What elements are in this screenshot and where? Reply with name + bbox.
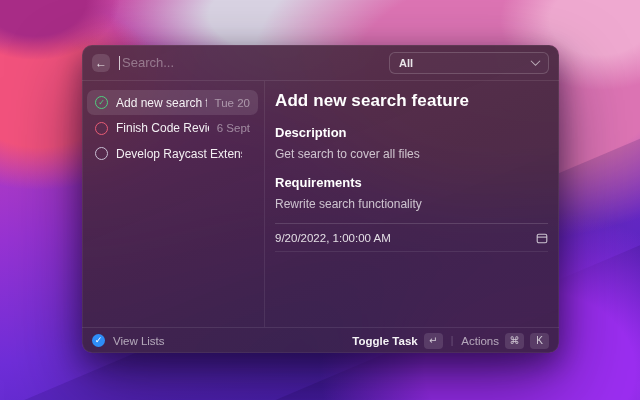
- section-heading-description: Description: [275, 125, 548, 140]
- actions-button[interactable]: Actions: [461, 335, 499, 347]
- view-lists-label[interactable]: View Lists: [113, 335, 165, 347]
- filter-dropdown-value: All: [399, 57, 413, 69]
- task-detail-title: Add new search feature: [275, 91, 548, 111]
- raycast-tasks-window: ← All ✓ Add new search feature Tue 20 Fi…: [82, 45, 559, 353]
- back-arrow-icon: ←: [95, 57, 107, 69]
- task-row[interactable]: ✓ Add new search feature Tue 20: [87, 90, 258, 115]
- task-list: ✓ Add new search feature Tue 20 Finish C…: [82, 81, 265, 327]
- task-label: Add new search feature: [116, 96, 207, 110]
- search-input[interactable]: [122, 55, 389, 70]
- status-bar: ✓ View Lists Toggle Task ↵ | Actions ⌘ K: [82, 327, 559, 353]
- todo-app-icon: ✓: [92, 334, 105, 347]
- task-detail-panel: Add new search feature Description Get s…: [265, 81, 559, 327]
- task-row[interactable]: Finish Code Reviews 6 Sept: [87, 116, 258, 141]
- check-icon: ✓: [95, 336, 103, 345]
- section-heading-requirements: Requirements: [275, 175, 548, 190]
- task-date: 6 Sept: [217, 122, 250, 134]
- task-label: Finish Code Reviews: [116, 121, 209, 135]
- task-date: Tue 20: [215, 97, 250, 109]
- task-status-icon[interactable]: ✓: [95, 96, 108, 109]
- section-body-description: Get search to cover all files: [275, 147, 548, 161]
- back-button[interactable]: ←: [92, 54, 110, 72]
- text-cursor: [119, 56, 120, 70]
- section-body-requirements: Rewrite search functionality: [275, 197, 548, 211]
- statusbar-actions: Toggle Task ↵ | Actions ⌘ K: [352, 333, 549, 349]
- calendar-icon[interactable]: [536, 232, 548, 244]
- task-status-icon[interactable]: [95, 122, 108, 135]
- statusbar-separator: |: [451, 335, 454, 346]
- toggle-task-button[interactable]: Toggle Task: [352, 335, 417, 347]
- task-row[interactable]: Develop Raycast Extension: [87, 141, 258, 166]
- enter-key-badge: ↵: [424, 333, 443, 349]
- cmd-key-badge: ⌘: [505, 333, 524, 349]
- task-label: Develop Raycast Extension: [116, 147, 242, 161]
- chevron-down-icon: [531, 56, 541, 66]
- top-search-bar: ← All: [82, 45, 559, 81]
- due-date-value: 9/20/2022, 1:00:00 AM: [275, 232, 391, 244]
- k-key-badge: K: [530, 333, 549, 349]
- main-content: ✓ Add new search feature Tue 20 Finish C…: [82, 81, 559, 327]
- filter-dropdown[interactable]: All: [389, 52, 549, 74]
- task-status-icon[interactable]: [95, 147, 108, 160]
- due-date-row[interactable]: 9/20/2022, 1:00:00 AM: [275, 223, 548, 252]
